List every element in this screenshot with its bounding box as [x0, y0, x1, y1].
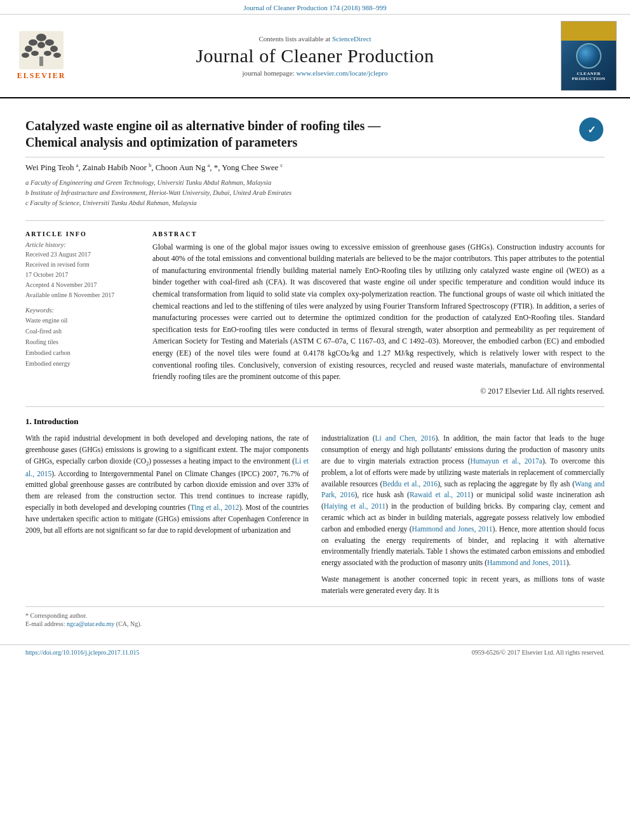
ref-li-2015[interactable]: Li et al., 2015 [25, 457, 309, 477]
article-info-column: ARTICLE INFO Article history: Received 2… [25, 230, 140, 397]
corresponding-star: * [214, 163, 218, 172]
available-date: Available online 8 November 2017 [25, 290, 140, 300]
ref-rawaid-2011[interactable]: Rawaid et al., 2011 [410, 491, 471, 498]
svg-point-7 [22, 53, 29, 58]
abstract-column: ABSTRACT Global warming is one of the gl… [152, 230, 605, 397]
accepted-date: Accepted 4 November 2017 [25, 280, 140, 290]
svg-point-3 [45, 39, 54, 46]
journal-ref-text: Journal of Cleaner Production 174 (2018)… [244, 4, 387, 11]
footnote-email: E-mail address: ngca@utar.edu.my (CA, Ng… [25, 620, 605, 627]
journal-reference-bar: Journal of Cleaner Production 174 (2018)… [0, 0, 630, 15]
intro-right-text: industrialization (Li and Chen, 2016). I… [321, 433, 605, 569]
svg-point-5 [37, 42, 45, 48]
email-note: (CA, Ng). [116, 620, 142, 627]
author-yong: Yong Chee Swee [222, 163, 278, 172]
keyword-5: Embodied energy [25, 358, 140, 369]
article-title: Catalyzed waste engine oil as alternativ… [25, 117, 380, 150]
received-revised-label: Received in revised form [25, 260, 140, 270]
keyword-3: Roofing tiles [25, 337, 140, 347]
article-history-dates: Received 23 August 2017 Received in revi… [25, 250, 140, 300]
doi-link[interactable]: https://doi.org/10.1016/j.jclepro.2017.1… [25, 649, 139, 656]
affiliation-b-ref: b [149, 163, 151, 168]
footer-doi: https://doi.org/10.1016/j.jclepro.2017.1… [25, 649, 139, 656]
affiliation-c-ref: c [280, 163, 283, 168]
cleaner-production-badge: Cleaner Production [560, 21, 617, 91]
article-title-text: Catalyzed waste engine oil as alternativ… [25, 117, 380, 150]
abstract-text: Global warming is one of the global majo… [152, 241, 605, 397]
badge-label: Cleaner Production [565, 71, 613, 81]
homepage-url-link[interactable]: www.elsevier.com/locate/jclepro [296, 69, 387, 77]
ref-haiying-2011[interactable]: Haiying et al., 2011 [324, 502, 385, 510]
footer-issn: 0959-6526/© 2017 Elsevier Ltd. All right… [472, 649, 605, 656]
ref-hammond-jones-2011[interactable]: Hammond and Jones, 2011 [412, 525, 493, 533]
article-title-section: Catalyzed waste engine oil as alternativ… [25, 108, 605, 157]
ref-li-chen-2016[interactable]: Li and Chen, 2016 [375, 434, 436, 442]
intro-two-columns: With the rapid industrial development in… [25, 433, 605, 596]
intro-left-column: With the rapid industrial development in… [25, 433, 309, 596]
author-zainab: Zainab Habib Noor [83, 163, 147, 172]
keywords-block: Keywords: Waste engine oil Coal-fired as… [25, 307, 140, 369]
svg-point-6 [50, 46, 58, 52]
journal-title: Journal of Cleaner Production [76, 45, 554, 67]
introduction-section: 1. Introduction With the rapid industria… [25, 417, 605, 596]
svg-point-8 [31, 51, 39, 56]
journal-header-center: Contents lists available at ScienceDirec… [76, 35, 554, 77]
journal-header: ELSEVIER Contents lists available at Sci… [0, 15, 630, 98]
elsevier-logo: ELSEVIER [13, 31, 70, 81]
ref-ting-2012[interactable]: Ting et al., 2012 [191, 503, 239, 511]
sciencedirect-link[interactable]: ScienceDirect [332, 35, 372, 43]
authors-line: Wei Ping Teoh a, Zainab Habib Noor b, Ch… [25, 157, 605, 175]
author-wei-ping-teoh: Wei Ping Teoh [25, 163, 74, 172]
svg-point-2 [29, 39, 37, 46]
keyword-2: Coal-fired ash [25, 326, 140, 337]
svg-point-4 [25, 46, 32, 52]
affiliations-block: a Faculty of Engineering and Green Techn… [25, 175, 605, 210]
keywords-list: Waste engine oil Coal-fired ash Roofing … [25, 315, 140, 369]
revised-date: 17 October 2017 [25, 270, 140, 280]
ref-humayun-2017[interactable]: Humayun et al., 2017a [470, 457, 542, 465]
crossmark-icon: ✓ [579, 117, 603, 142]
article-history-block: Article history: Received 23 August 2017… [25, 241, 140, 300]
affiliation-a2-ref: a [208, 163, 210, 168]
ref-beddu-2016[interactable]: Beddu et al., 2016 [382, 480, 438, 488]
elsevier-wordmark: ELSEVIER [17, 71, 66, 81]
ref-hammond-jones-2011b[interactable]: Hammond and Jones, 2011 [487, 559, 566, 566]
affiliation-a-ref: a [76, 163, 79, 168]
footnotes-section: * Corresponding author. E-mail address: … [25, 606, 605, 627]
divider-2 [25, 406, 605, 407]
crossmark-badge: ✓ [579, 117, 605, 143]
author-choon: Choon Aun Ng [156, 163, 206, 172]
elsevier-tree-icon [19, 31, 64, 69]
badge-image: Cleaner Production [561, 21, 617, 91]
keyword-1: Waste engine oil [25, 315, 140, 326]
received-date: Received 23 August 2017 [25, 250, 140, 260]
svg-point-10 [53, 53, 61, 58]
divider-1 [25, 220, 605, 221]
svg-point-9 [44, 51, 51, 56]
intro-left-text: With the rapid industrial development in… [25, 433, 309, 536]
keywords-label: Keywords: [25, 307, 140, 314]
main-content: Catalyzed waste engine oil as alternativ… [0, 98, 630, 638]
footnote-corresponding: * Corresponding author. [25, 612, 605, 619]
badge-globe-icon [576, 43, 601, 69]
email-link[interactable]: ngca@utar.edu.my [67, 620, 114, 627]
svg-point-1 [36, 34, 46, 41]
svg-text:✓: ✓ [587, 124, 596, 135]
sciencedirect-label: Contents lists available at ScienceDirec… [76, 35, 554, 43]
keyword-4: Embodied carbon [25, 347, 140, 358]
affiliation-a-text: a Faculty of Engineering and Green Techn… [25, 178, 605, 188]
article-history-label: Article history: [25, 241, 140, 248]
article-info-header: ARTICLE INFO [25, 230, 140, 237]
affiliation-b-text: b Institute of Infrastructure and Enviro… [25, 188, 605, 198]
copyright-notice: © 2017 Elsevier Ltd. All rights reserved… [152, 385, 605, 397]
svg-rect-11 [39, 57, 43, 66]
info-abstract-section: ARTICLE INFO Article history: Received 2… [25, 230, 605, 397]
affiliation-c-text: c Faculty of Science, Universiti Tunku A… [25, 198, 605, 208]
footer-bar: https://doi.org/10.1016/j.jclepro.2017.1… [0, 644, 630, 660]
intro-heading: 1. Introduction [25, 417, 605, 427]
intro-right-text-2: Waste management is another concerned to… [321, 574, 605, 597]
homepage-label: journal homepage: www.elsevier.com/locat… [76, 69, 554, 77]
intro-right-column: industrialization (Li and Chen, 2016). I… [321, 433, 605, 596]
abstract-header: ABSTRACT [152, 230, 605, 237]
